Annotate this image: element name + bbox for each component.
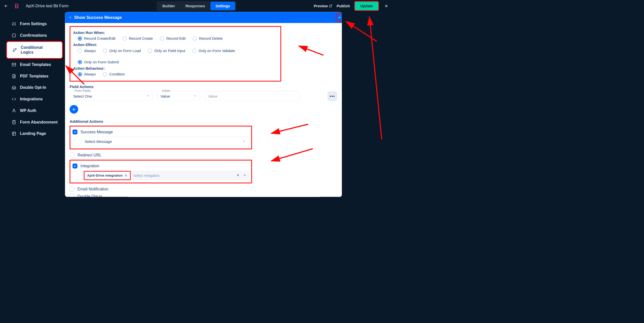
chevron-down-icon xyxy=(243,139,246,144)
external-link-icon xyxy=(329,4,332,8)
success-message-select[interactable]: Select Message xyxy=(81,137,249,146)
svg-line-12 xyxy=(299,46,324,55)
arrow-left-icon xyxy=(4,4,8,8)
more-actions-button[interactable]: ••• xyxy=(328,91,337,101)
sidebar-item-form-settings[interactable]: Form Settings xyxy=(0,18,65,30)
sidebar-item-label: PDF Templates xyxy=(20,74,48,78)
sidebar-item-pdf-templates[interactable]: PDF Templates xyxy=(0,70,65,82)
sidebar-item-landing-page[interactable]: Landing Page xyxy=(0,128,65,139)
sidebar-item-label: Form Abandonment xyxy=(20,120,58,125)
info-icon xyxy=(12,33,16,37)
sidebar-item-label: Integrations xyxy=(20,97,43,102)
redirect-url-label: Redirect URL xyxy=(77,153,101,157)
form-fields-select[interactable]: Select One xyxy=(70,91,152,101)
radio-record-delete[interactable]: Record Delete xyxy=(193,36,223,41)
publish-label: Publish xyxy=(337,4,350,8)
sidebar-item-conditional-logics[interactable]: Conditional Logics xyxy=(6,41,63,59)
email-notification-checkbox[interactable] xyxy=(70,187,75,192)
clipboard-icon xyxy=(12,120,16,124)
content-panel: Show Success Message Action Run When: Re… xyxy=(65,12,342,197)
sidebar-item-confirmations[interactable]: Confirmations xyxy=(0,30,65,41)
radio-effect-always[interactable]: Always xyxy=(78,49,96,53)
svg-point-9 xyxy=(69,18,70,19)
integration-label: Integration xyxy=(80,164,99,169)
radio-behaviour-condition[interactable]: Condition xyxy=(103,72,125,76)
update-button[interactable]: Update xyxy=(354,1,379,11)
tab-builder[interactable]: Builder xyxy=(157,2,180,10)
inbox-icon xyxy=(12,85,16,90)
chevron-down-icon xyxy=(194,94,197,98)
svg-point-5 xyxy=(69,16,70,17)
panel-title: Show Success Message xyxy=(74,15,122,20)
sidebar-item-label: Conditional Logics xyxy=(21,45,56,55)
add-field-action-button[interactable]: + xyxy=(70,105,78,113)
sidebar-item-wp-auth[interactable]: WP Auth xyxy=(0,105,65,116)
mail-icon xyxy=(12,62,16,67)
close-button[interactable] xyxy=(383,3,389,9)
sidebar-item-email-templates[interactable]: Email Templates xyxy=(0,59,65,70)
svg-point-6 xyxy=(70,16,71,17)
preview-label: Preview xyxy=(314,4,328,8)
sidebar-item-integrations[interactable]: Integrations xyxy=(0,93,65,105)
preview-button[interactable]: Preview xyxy=(314,4,333,8)
radio-effect-form-submit[interactable]: Only on Form Submit xyxy=(78,60,119,64)
annotation-arrow xyxy=(297,45,325,57)
clear-integration-button[interactable] xyxy=(236,174,239,178)
sidebar-item-label: Confirmations xyxy=(20,33,47,38)
double-opt-in-label: Double Opt-in xyxy=(77,194,102,197)
success-message-checkbox[interactable] xyxy=(72,130,77,135)
double-opt-in-checkbox[interactable] xyxy=(70,194,75,197)
topbar: ApiX-Drive test Bit Form Builder Respons… xyxy=(0,0,392,12)
radio-effect-form-validate[interactable]: Only on Form Validate xyxy=(192,49,235,53)
sidebar-item-form-abandonment[interactable]: Form Abandonment xyxy=(0,116,65,128)
svg-line-16 xyxy=(370,17,382,140)
success-message-label: Success Message xyxy=(80,130,113,134)
update-label: Update xyxy=(360,4,373,8)
success-message-group: Success Message Select Message xyxy=(70,126,252,149)
tab-responses[interactable]: Responses xyxy=(180,2,210,10)
chevron-down-icon[interactable] xyxy=(243,174,246,178)
collapse-panel-button[interactable] xyxy=(336,14,342,22)
sidebar-item-label: Email Templates xyxy=(20,62,51,67)
sidebar-item-double-opt-in[interactable]: Double Opt-In xyxy=(0,82,65,93)
code-icon xyxy=(12,97,16,101)
integration-group: Integration ApiX-Drive integration ✕ Sel… xyxy=(70,160,252,183)
panel-header: Show Success Message xyxy=(65,12,342,23)
field-actions-row: Form Fields Select One Action Value Valu… xyxy=(70,91,337,101)
chevron-down-icon xyxy=(146,94,149,98)
annotation-arrow xyxy=(366,15,385,141)
svg-rect-4 xyxy=(12,132,16,135)
redirect-url-checkbox[interactable] xyxy=(70,153,75,158)
sidebar-item-label: Double Opt-In xyxy=(20,85,46,90)
radio-record-edit[interactable]: Record Edit xyxy=(160,36,186,41)
radio-record-create[interactable]: Record Create xyxy=(123,36,153,41)
back-button[interactable] xyxy=(3,3,9,9)
value-input[interactable]: Value xyxy=(205,91,300,101)
radio-effect-field-input[interactable]: Only on Field Input xyxy=(148,49,185,53)
publish-button[interactable]: Publish xyxy=(337,4,350,8)
sidebar-item-label: WP Auth xyxy=(20,108,36,113)
chevron-up-icon xyxy=(338,16,342,19)
sidebar-item-label: Landing Page xyxy=(20,131,46,136)
radio-effect-form-load[interactable]: Only on Form Load xyxy=(103,49,141,53)
tab-settings[interactable]: Settings xyxy=(210,2,235,10)
main-tabs: Builder Responses Settings xyxy=(156,1,236,11)
effect-label: Action Effect: xyxy=(73,43,278,47)
drag-handle-icon[interactable] xyxy=(69,16,72,19)
branch-icon xyxy=(12,48,17,52)
page-title: ApiX-Drive test Bit Form xyxy=(26,4,68,8)
remove-chip-button[interactable]: ✕ xyxy=(124,174,128,177)
app-logo xyxy=(14,3,20,9)
radio-record-create-edit[interactable]: Record Create/Edit xyxy=(78,36,115,41)
behaviour-label: Action Behaviour: xyxy=(73,66,278,71)
integration-placeholder: Select Integation xyxy=(133,174,159,178)
sidebar-item-label: Form Settings xyxy=(20,21,47,26)
integration-checkbox[interactable] xyxy=(72,164,77,169)
svg-line-13 xyxy=(271,124,308,134)
integration-multiselect[interactable]: ApiX-Drive integration ✕ Select Integati… xyxy=(81,171,249,180)
action-config-group: Action Run When: Record Create/Edit Reco… xyxy=(70,26,281,82)
annotation-arrow xyxy=(64,64,86,86)
annotation-arrow xyxy=(270,123,310,137)
close-icon xyxy=(384,4,388,8)
action-select[interactable]: Value xyxy=(157,91,200,101)
